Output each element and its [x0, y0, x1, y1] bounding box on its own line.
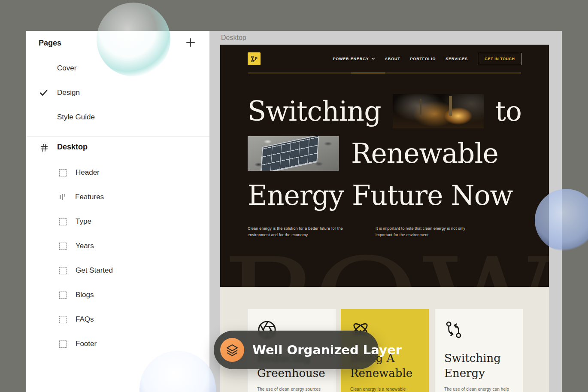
headline-word: Energy Future Now: [248, 180, 513, 211]
feature-card-switching[interactable]: SwitchingEnergy The use of clean energy …: [435, 309, 523, 392]
layer-item-label: Footer: [76, 340, 97, 348]
page-item-label: Style Guide: [57, 113, 95, 122]
chevron-down-icon: [371, 58, 375, 60]
card-body: The use of clean energy sources can help…: [257, 386, 326, 392]
layer-item-label: Get Started: [76, 266, 113, 275]
headline-word: Switching: [248, 96, 381, 127]
well-organized-layer-badge: Well Organized Layer: [214, 331, 379, 369]
nav-item-about[interactable]: ABOUT: [385, 57, 400, 61]
header-rule: [248, 73, 521, 73]
nav-item-services[interactable]: SERVICES: [446, 57, 468, 61]
layer-item-faqs[interactable]: FAQs: [59, 314, 94, 325]
layer-section-label: Desktop: [57, 143, 88, 152]
frame-icon: [59, 340, 67, 348]
nav-item-portfolio[interactable]: PORTFOLIO: [410, 57, 436, 61]
nav-item-label: POWER ENERGY: [333, 57, 369, 61]
panel-divider: [26, 136, 209, 137]
nav-item-label: PORTFOLIO: [410, 57, 436, 61]
layer-item-label: Header: [76, 168, 100, 177]
frame-icon: [59, 243, 67, 250]
page-item-label: Design: [57, 88, 80, 97]
add-page-button[interactable]: [185, 37, 197, 49]
swap-icon: [444, 320, 513, 341]
site-nav: POWER ENERGY ABOUT PORTFOLIO SERVICES GE…: [333, 52, 522, 66]
layer-item-footer[interactable]: Footer: [59, 339, 97, 349]
page-item-design[interactable]: Design: [26, 87, 209, 98]
headline-word: to: [495, 96, 521, 127]
layers-icon: [226, 343, 239, 356]
power-watermark: POWER: [223, 243, 549, 287]
hero-headline: Switching to Renewable Energy Future Now: [248, 90, 521, 216]
page-item-cover[interactable]: Cover: [26, 63, 209, 74]
frame-icon: [59, 169, 67, 176]
component-icon: [59, 194, 66, 201]
layer-item-label: Years: [76, 242, 94, 250]
layer-item-get-started[interactable]: Get Started: [59, 265, 113, 276]
panel-title: Pages: [39, 39, 61, 48]
frame-icon: [59, 218, 67, 225]
layer-item-label: FAQs: [76, 315, 94, 324]
layer-item-years[interactable]: Years: [59, 241, 94, 251]
frame-icon: [59, 316, 67, 323]
layer-item-features[interactable]: Features: [59, 192, 104, 202]
hero-section: POWER ENERGY ABOUT PORTFOLIO SERVICES GE…: [220, 45, 549, 287]
site-logo[interactable]: [248, 52, 261, 65]
layer-item-label: Features: [75, 193, 104, 201]
get-in-touch-button[interactable]: GET IN TOUCH: [478, 53, 522, 65]
plus-icon: [185, 37, 196, 48]
page-item-label: Cover: [57, 64, 76, 73]
frame-label[interactable]: Desktop: [221, 34, 246, 42]
checkmark-icon: [39, 89, 48, 97]
layer-section-desktop[interactable]: Desktop: [26, 142, 209, 154]
hash-icon: [39, 143, 49, 154]
branch-icon: [250, 55, 258, 63]
nav-item-label: ABOUT: [385, 57, 400, 61]
badge-icon-circle: [220, 338, 244, 362]
card-body: The use of clean energy can help increas…: [444, 386, 513, 392]
headline-word: Renewable: [351, 138, 498, 169]
layer-item-header[interactable]: Header: [59, 167, 100, 178]
frame-icon: [59, 292, 67, 299]
layer-item-label: Blogs: [76, 291, 94, 299]
page-item-style-guide[interactable]: Style Guide: [26, 112, 209, 123]
frame-icon: [59, 267, 67, 274]
pages-panel: Pages Cover Design Style Guide Desktop H…: [26, 31, 209, 392]
layer-item-type[interactable]: Type: [59, 216, 91, 227]
solar-panel-parking-image: [248, 136, 339, 171]
industrial-plant-night-image: [393, 94, 484, 128]
card-title: SwitchingEnergy: [444, 351, 513, 381]
card-body: Clean energy is a renewable energy sourc…: [350, 386, 419, 392]
nav-item-power-energy[interactable]: POWER ENERGY: [333, 57, 375, 61]
layer-item-label: Type: [76, 217, 91, 226]
layer-item-blogs[interactable]: Blogs: [59, 290, 94, 300]
badge-label: Well Organized Layer: [252, 343, 402, 357]
nav-item-label: SERVICES: [446, 57, 468, 61]
